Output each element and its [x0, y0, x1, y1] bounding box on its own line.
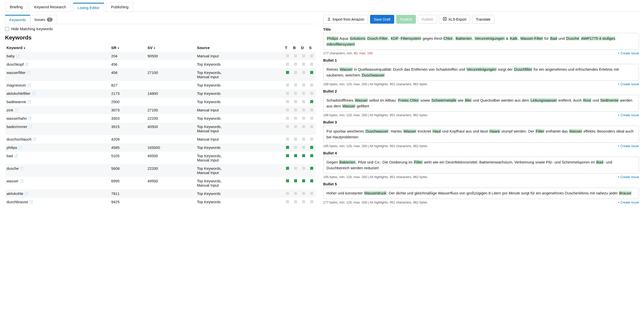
flag-cell — [300, 89, 308, 98]
create-issue-link[interactable]: + Create Issue — [618, 200, 639, 204]
field-input-b4[interactable]: Gegen Bakterien, Pilze und Co.: Die Oxid… — [323, 157, 639, 174]
create-issue-link[interactable]: + Create Issue — [618, 113, 639, 117]
source-cell: Top Keywords,Manual Input — [195, 68, 284, 81]
keyword-cell[interactable]: badezimmer📄 — [5, 122, 110, 135]
flag-cell — [300, 52, 308, 60]
flag-cell — [300, 81, 308, 89]
highlighted-keyword: Freies Chlor — [398, 98, 419, 102]
flag-indicator — [310, 192, 313, 195]
xls-export-button[interactable]: XLS-Export — [439, 15, 470, 24]
source-cell: Top Keywords,Manual Input — [195, 177, 284, 189]
subtab-issues[interactable]: Issues 1 — [30, 15, 57, 24]
highlighted-keyword: Filter — [535, 129, 545, 133]
keyword-cell[interactable]: bad📄 — [5, 152, 110, 164]
field-label-b4: Bullet 4 — [323, 151, 639, 155]
flag-indicator — [310, 108, 313, 111]
create-issue-link[interactable]: + Create Issue — [618, 144, 639, 148]
main-tab-listing-editor[interactable]: Listing Editor — [73, 3, 104, 12]
field-input-b3[interactable]: Für spürbar weicheres Duschwasser: Harte… — [323, 126, 639, 143]
translate-button[interactable]: Translate — [472, 15, 494, 24]
highlighted-keyword: Dusch-Filter — [367, 36, 388, 40]
keyword-cell[interactable]: duschbrause📄 — [5, 198, 110, 206]
sr-cell: 7811 — [110, 189, 146, 198]
main-tab-keyword-research[interactable]: Keyword Research — [29, 3, 71, 12]
flag-indicator — [286, 84, 289, 87]
field-input-title[interactable]: Philips Aqua Solutions Dusch-Filter, KDF… — [323, 33, 639, 50]
create-issue-link[interactable]: + Create Issue — [618, 51, 639, 55]
col-sr[interactable]: SR — [110, 44, 146, 52]
highlighted-keyword: Verunreinigungen — [474, 36, 505, 40]
keyword-cell[interactable]: zink📄 — [5, 106, 110, 114]
flag-cell — [308, 98, 316, 106]
field-input-b5[interactable]: Hoher und konstanter Wasserdruck: Der di… — [323, 188, 639, 199]
source-cell: Manual Input — [195, 52, 284, 60]
keyword-cell[interactable]: wasserhahn📄 — [5, 114, 110, 122]
keyword-cell[interactable]: dusche📄 — [5, 164, 110, 177]
hide-matching-checkbox[interactable] — [5, 27, 9, 31]
keyword-cell[interactable]: aktivkohlefilter📄 — [5, 89, 110, 98]
flag-indicator — [310, 54, 313, 57]
sv-cell: 165000 — [146, 143, 195, 152]
import-amazon-button[interactable]: Import from Amazon — [323, 15, 368, 24]
highlighted-keyword: Bad — [596, 160, 604, 164]
source-cell: Top Keywords — [195, 60, 284, 68]
flag-cell — [292, 198, 300, 206]
table-row: magnesium📄827Top Keywords — [5, 81, 316, 89]
main-tab-publishing[interactable]: Publishing — [106, 3, 133, 12]
flag-indicator — [302, 179, 305, 182]
sv-cell: 27100 — [146, 106, 195, 114]
source-cell: Top Keywords — [195, 198, 284, 206]
create-issue-link[interactable]: + Create Issue — [618, 175, 639, 179]
col-b[interactable]: B — [292, 44, 300, 52]
keyword-cell[interactable]: duschkopf📄 — [5, 60, 110, 68]
flag-cell — [308, 68, 316, 81]
highlighted-keyword: Bakterien — [455, 36, 472, 40]
sr-cell: 456 — [110, 60, 146, 68]
download-icon — [327, 17, 331, 22]
keyword-cell[interactable]: wasser📄 — [5, 177, 110, 189]
highlighted-keyword: Wasserdruck — [364, 191, 387, 195]
export-icon — [443, 17, 447, 22]
flag-cell — [300, 60, 308, 68]
source-cell: Top Keywords — [195, 189, 284, 198]
finalize-button[interactable]: Finalize — [396, 15, 416, 24]
keyword-cell[interactable]: aktivkohle📄 — [5, 189, 110, 198]
hide-matching-toggle[interactable]: Hide Matching Keywords — [5, 27, 316, 31]
highlighted-keyword: Philips — [327, 36, 339, 40]
keyword-cell[interactable]: wasserfilter📄 — [5, 68, 110, 81]
col-source[interactable]: Source — [195, 44, 284, 52]
create-issue-link[interactable]: + Create Issue — [618, 82, 639, 86]
keyword-cell[interactable]: badewanne📄 — [5, 98, 110, 106]
flag-cell — [292, 114, 300, 122]
source-cell: Top Keywords — [195, 143, 284, 152]
field-input-b2[interactable]: Schadstofffreies Wasser selbst im Altbau… — [323, 95, 639, 112]
subtab-keywords[interactable]: Keywords — [5, 15, 30, 24]
main-tab-briefing[interactable]: Briefing — [5, 3, 27, 12]
sr-cell: 827 — [110, 81, 146, 89]
keyword-cell[interactable]: magnesium📄 — [5, 81, 110, 89]
source-cell: Top Keywords,Manual Input — [195, 152, 284, 164]
keyword-cell[interactable]: baby📄 — [5, 52, 110, 60]
flag-indicator — [302, 100, 305, 103]
highlighted-keyword: Blei — [464, 98, 472, 102]
flag-cell — [284, 114, 292, 122]
keyword-cell[interactable]: philips📄 — [5, 143, 110, 152]
col-sv[interactable]: SV — [146, 44, 195, 52]
col-t[interactable]: T — [284, 44, 292, 52]
doc-icon: 📄 — [27, 100, 31, 104]
save-draft-button[interactable]: Save Draft — [370, 15, 394, 24]
sr-cell: 4585 — [110, 143, 146, 152]
publish-button[interactable]: Publish — [418, 15, 437, 24]
highlighted-keyword: Duschwasser — [365, 129, 389, 133]
table-row: badewanne📄2500Top Keywords — [5, 98, 316, 106]
col-keyword[interactable]: Keyword — [5, 44, 110, 52]
flag-indicator — [286, 54, 289, 57]
flag-indicator — [294, 138, 297, 141]
col-s[interactable]: S — [308, 44, 316, 52]
field-input-b1[interactable]: Reines Wasser in Quellwasserqualität: Du… — [323, 64, 639, 81]
col-d[interactable]: D — [300, 44, 308, 52]
main-tabs: BriefingKeyword ResearchListing EditorPu… — [5, 3, 639, 12]
keyword-cell[interactable]: duschschlauch📄 — [5, 135, 110, 143]
flag-cell — [284, 164, 292, 177]
highlighted-keyword: Haare — [489, 129, 500, 133]
